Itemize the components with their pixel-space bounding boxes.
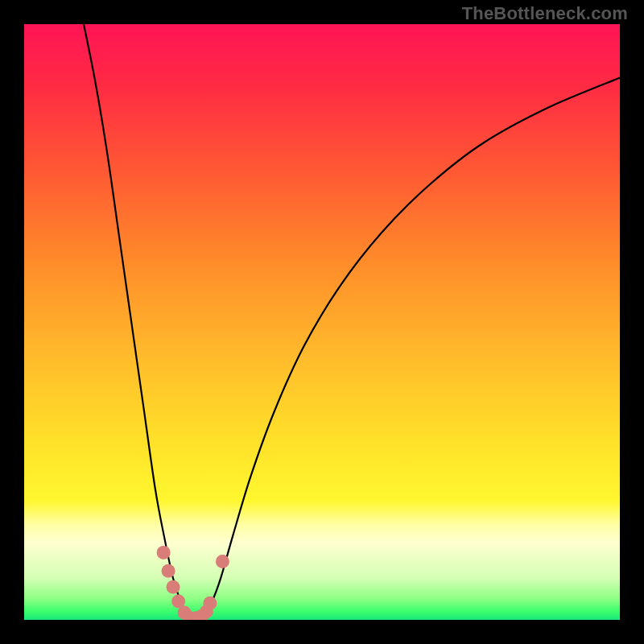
left-branch-curve [84,24,188,617]
highlight-marker [167,580,180,594]
highlight-marker [157,546,171,559]
chart-frame: TheBottleneck.com [0,0,644,644]
right-branch-curve [203,78,620,617]
highlight-marker [216,555,229,568]
highlight-marker [162,564,175,578]
plot-area [24,24,620,620]
watermark-label: TheBottleneck.com [462,3,628,24]
highlight-marker [203,597,217,610]
curve-layer [24,24,620,620]
